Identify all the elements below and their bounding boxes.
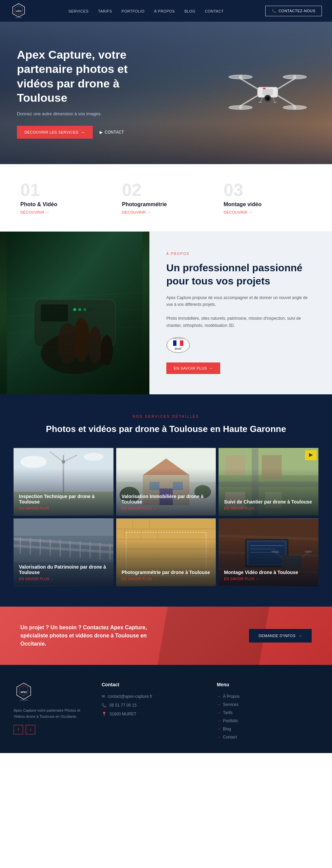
navbar: APEX CAPTURE SERVICES TARIFS PORTFOLIO À… [0, 0, 332, 22]
svg-rect-45 [177, 340, 180, 346]
email-icon: ✉ [102, 694, 105, 699]
about-content: À PROPOS Un professionnel passionné pour… [149, 232, 332, 394]
instagram-button[interactable]: i [26, 725, 35, 734]
cta-text: Un projet ? Un besoin ? Contactez Apex C… [20, 624, 173, 648]
footer-contact-col: Contact ✉ contact@apex-capture.fr 📞 06 5… [102, 682, 203, 743]
services-section: NOS SERVICES DÉTAILLÉS Photos et vidéos … [0, 394, 332, 607]
card-title-2: Valorisation Immobilière par drone à Tou… [122, 494, 211, 505]
arrow-icon: → [153, 577, 157, 581]
service-card-immobilier[interactable]: Valorisation Immobilière par drone à Tou… [116, 448, 216, 516]
svg-line-23 [260, 97, 263, 102]
arrow-icon: → [153, 507, 157, 510]
svg-point-19 [293, 106, 296, 109]
service-card-montage[interactable]: Montage Vidéo drone à Toulouse EN SAVOIR… [219, 518, 318, 586]
services-grid: Inspection Technique par drone à Toulous… [14, 448, 318, 586]
service-link-3[interactable]: DÉCOUVRIR → [224, 210, 312, 214]
service-card-patrimoine[interactable]: Valorisation du Patrimoine par drone à T… [14, 518, 113, 586]
service-card-inspection[interactable]: Inspection Technique par drone à Toulous… [14, 448, 113, 516]
arrow-icon: → [46, 210, 50, 214]
footer-link-blog[interactable]: → Blog [217, 727, 318, 731]
location-icon: 📍 [102, 712, 107, 716]
arrow-icon: → [147, 210, 151, 214]
nav-cta-button[interactable]: 📞 CONTACTEZ-NOUS [265, 6, 322, 16]
service-link-1[interactable]: DÉCOUVRIR → [20, 210, 108, 214]
card-link-1: EN SAVOIR PLUS → [19, 507, 108, 510]
card-title-1: Inspection Technique par drone à Toulous… [19, 494, 108, 505]
phone-icon: 📞 [272, 9, 277, 13]
service-number-3: 03 [224, 181, 312, 199]
card-content: Photogrammétrie par drone à Toulouse EN … [116, 564, 216, 586]
svg-point-21 [266, 96, 270, 100]
service-card-photogrammetrie[interactable]: Photogrammétrie par drone à Toulouse EN … [116, 518, 216, 586]
footer-contact-title: Contact [102, 682, 203, 687]
svg-rect-22 [263, 88, 266, 89]
arrow-icon: → [217, 694, 221, 699]
service-number-2: 02 [122, 181, 210, 199]
drone-illustration [224, 58, 312, 127]
service-item-photo: 01 Photo & Vidéo DÉCOUVRIR → [14, 181, 115, 214]
service-number-1: 01 [20, 181, 108, 199]
arrow-icon: → [256, 577, 260, 581]
services-section-label: NOS SERVICES DÉTAILLÉS [14, 415, 318, 418]
logo[interactable]: APEX CAPTURE [10, 2, 27, 19]
services-bar: 01 Photo & Vidéo DÉCOUVRIR → 02 Photogra… [0, 164, 332, 232]
arrow-icon: → [217, 702, 221, 707]
footer-link-contact[interactable]: → Contact [217, 735, 318, 739]
svg-text:APEX: APEX [21, 691, 27, 693]
nav-services[interactable]: SERVICES [68, 9, 88, 13]
svg-line-9 [278, 79, 295, 89]
nav-blog[interactable]: BLOG [184, 9, 195, 13]
footer: APEX CAPTURE Apex Capture votre partenai… [0, 665, 332, 753]
svg-line-8 [241, 79, 257, 89]
arrow-icon: → [209, 366, 213, 370]
arrow-icon: → [256, 507, 260, 510]
hero-section: Apex Capture, votre partenaire photos et… [0, 22, 332, 164]
hero-subtitle: Donnez une autre dimension à vos images. [17, 111, 146, 116]
service-title-3: Montage vidéo [224, 201, 312, 208]
arrow-icon: → [217, 718, 221, 723]
footer-link-portfolio[interactable]: → Portfolio [217, 718, 318, 723]
en-savoir-plus-button[interactable]: EN SAVOIR PLUS → [166, 362, 220, 374]
arrow-icon-2: ▶ [100, 130, 103, 135]
card-content: Valorisation du Patrimoine par drone à T… [14, 559, 113, 586]
service-item-photo: 02 Photogrammétrie DÉCOUVRIR → [115, 181, 217, 214]
footer-address: 📍 31600 MURET [102, 712, 203, 716]
footer-tagline: Apex Capture votre partenaire Photos et … [14, 708, 88, 719]
svg-line-10 [241, 96, 257, 106]
nav-apropos[interactable]: À PROPOS [154, 9, 175, 13]
svg-text:DGAC: DGAC [175, 348, 182, 350]
service-title-2: Photogrammétrie [122, 201, 210, 208]
hero-buttons: DÉCOUVRIR LES SERVICES → ▶ CONTACT [17, 126, 146, 139]
footer-link-services[interactable]: → Services [217, 702, 318, 707]
svg-text:CAPTURE: CAPTURE [20, 699, 28, 701]
service-card-chantier[interactable]: ▶ Suivi de Chantier par drone à Toulouse… [219, 448, 318, 516]
nav-contact[interactable]: CONTACT [205, 9, 224, 13]
footer-phone: 📞 06 51 77 00 15 [102, 703, 203, 708]
dgac-badge: DGAC OPÉRATEUR [166, 337, 190, 353]
svg-text:APEX: APEX [16, 10, 21, 12]
card-link-3: EN SAVOIR PLUS → [224, 507, 313, 510]
facebook-button[interactable]: f [14, 725, 23, 734]
about-section: À PROPOS Un professionnel passionné pour… [0, 232, 332, 394]
discover-services-button[interactable]: DÉCOUVRIR LES SERVICES → [17, 126, 93, 139]
nav-portfolio[interactable]: PORTFOLIO [122, 9, 145, 13]
footer-link-tarifs[interactable]: → Tarifs [217, 710, 318, 715]
svg-line-11 [278, 96, 295, 106]
contact-link[interactable]: ▶ CONTACT [100, 130, 124, 135]
footer-email: ✉ contact@apex-capture.fr [102, 694, 203, 699]
about-image [0, 232, 149, 394]
service-title-1: Photo & Vidéo [20, 201, 108, 208]
nav-tarifs[interactable]: TARIFS [98, 9, 112, 13]
demande-infos-button[interactable]: DEMANDE D'INFOS → [249, 629, 312, 643]
service-link-2[interactable]: DÉCOUVRIR → [122, 210, 210, 214]
footer-link-apropos[interactable]: → À Propos [217, 694, 318, 699]
arrow-icon: → [217, 710, 221, 715]
arrow-icon: → [249, 210, 253, 214]
nav-links: SERVICES TARIFS PORTFOLIO À PROPOS BLOG … [68, 8, 224, 14]
card-content: Inspection Technique par drone à Toulous… [14, 488, 113, 516]
svg-text:OPÉRATEUR: OPÉRATEUR [173, 338, 184, 340]
svg-rect-7 [263, 89, 273, 96]
about-description: Apex Capture propose de vous accompagner… [166, 294, 315, 329]
service-item-montage: 03 Montage vidéo DÉCOUVRIR → [217, 181, 318, 214]
hero-title: Apex Capture, votre partenaire photos et… [17, 47, 146, 105]
